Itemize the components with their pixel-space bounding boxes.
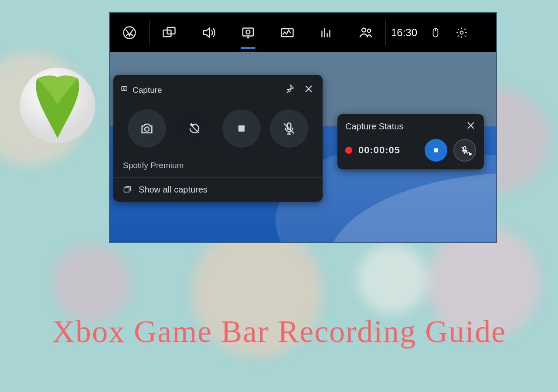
record-last-button[interactable] <box>175 109 214 148</box>
audio-button[interactable] <box>189 13 228 52</box>
gamebar-topbar: 16:30 <box>110 13 496 52</box>
performance-button[interactable] <box>268 13 307 52</box>
mic-toggle-button[interactable] <box>270 109 308 148</box>
recording-indicator-icon <box>345 147 352 154</box>
capture-status-panel: Capture Status 00:00:05 <box>337 114 484 169</box>
svg-rect-16 <box>124 188 129 192</box>
svg-rect-14 <box>238 125 245 132</box>
xbox-logo <box>18 66 97 145</box>
xbox-social-button[interactable] <box>346 13 385 52</box>
svg-point-1 <box>124 27 136 39</box>
status-stop-button[interactable] <box>425 139 447 162</box>
widgets-button[interactable] <box>150 13 189 52</box>
gamebar-screenshot: 16:30 Capture <box>109 12 497 243</box>
screenshot-button[interactable] <box>128 109 166 148</box>
svg-point-13 <box>145 127 149 131</box>
svg-point-5 <box>246 30 250 34</box>
show-all-captures-button[interactable]: Show all captures <box>113 177 323 202</box>
clock-text: 16:30 <box>386 27 422 39</box>
pin-button[interactable] <box>282 81 297 98</box>
close-status-button[interactable] <box>466 120 476 133</box>
svg-point-8 <box>367 29 371 33</box>
xbox-home-button[interactable] <box>110 13 149 52</box>
close-capture-button[interactable] <box>297 81 316 99</box>
svg-point-7 <box>362 28 366 32</box>
capture-panel: Capture Spotify Premium <box>113 75 323 202</box>
capture-tab-button[interactable] <box>228 13 268 52</box>
capture-panel-title: Capture <box>133 85 162 95</box>
cursor-icon <box>466 150 476 160</box>
svg-rect-11 <box>122 87 127 91</box>
svg-point-12 <box>123 88 125 89</box>
settings-button[interactable] <box>449 13 475 52</box>
capture-status-title: Capture Status <box>345 122 403 132</box>
capture-widget-icon <box>120 85 128 95</box>
svg-rect-17 <box>434 148 438 152</box>
stop-recording-button[interactable] <box>222 109 261 148</box>
captured-app-name: Spotify Premium <box>113 156 323 177</box>
show-all-captures-label: Show all captures <box>139 185 208 195</box>
svg-point-10 <box>460 31 463 34</box>
page-headline: Xbox Game Bar Recording Guide <box>0 314 558 350</box>
recording-timer: 00:00:05 <box>358 145 400 156</box>
svg-rect-4 <box>243 28 253 36</box>
mouse-icon <box>422 13 449 52</box>
resources-button[interactable] <box>307 13 346 52</box>
status-mic-button[interactable] <box>453 139 476 162</box>
